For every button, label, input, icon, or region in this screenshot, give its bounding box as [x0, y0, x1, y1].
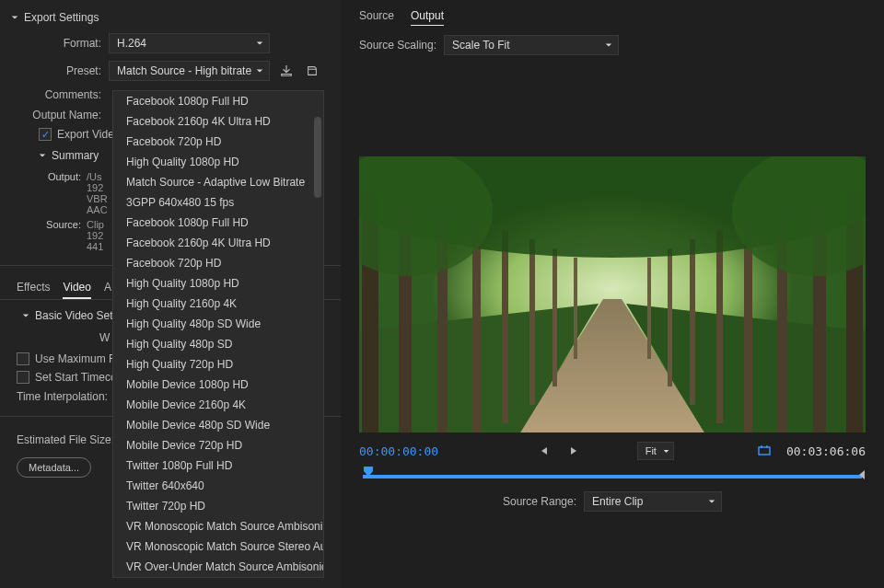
preset-select[interactable]: Match Source - High bitrate — [109, 61, 270, 81]
tab-effects[interactable]: Effects — [17, 275, 50, 299]
timeline-track[interactable] — [363, 475, 862, 478]
comments-label: Comments: — [0, 88, 101, 101]
preset-option[interactable]: Facebook 2160p 4K Ultra HD — [113, 111, 323, 132]
preset-option[interactable]: Facebook 1080p Full HD — [113, 213, 323, 233]
preset-dropdown[interactable]: Facebook 1080p Full HDFacebook 2160p 4K … — [112, 90, 324, 578]
format-value: H.264 — [117, 37, 146, 50]
source-range-label: Source Range: — [503, 495, 576, 508]
preset-option[interactable]: Mobile Device 720p HD — [113, 435, 323, 455]
format-label: Format: — [0, 37, 101, 50]
chevron-down-icon — [256, 64, 263, 77]
scrollbar[interactable] — [314, 91, 321, 577]
source-range-value: Entire Clip — [592, 495, 643, 508]
summary-label: Summary — [52, 149, 99, 162]
preset-option[interactable]: Mobile Device 1080p HD — [113, 375, 323, 395]
tab-video[interactable]: Video — [63, 275, 90, 299]
source-scaling-value: Scale To Fit — [452, 39, 509, 52]
preset-value: Match Source - High bitrate — [117, 64, 251, 77]
chevron-down-icon — [256, 37, 263, 50]
svg-rect-7 — [529, 239, 535, 405]
chevron-down-icon — [605, 39, 612, 52]
timecode-out: 00:03:06:06 — [786, 444, 866, 458]
preset-option[interactable]: Mobile Device 480p SD Wide — [113, 415, 323, 435]
export-video-label: Export Video — [57, 128, 121, 141]
import-preset-icon[interactable] — [303, 62, 321, 80]
source-scaling-label: Source Scaling: — [359, 39, 436, 52]
out-point-icon[interactable] — [858, 469, 866, 483]
source-scaling-select[interactable]: Scale To Fit — [444, 35, 619, 55]
svg-rect-9 — [574, 258, 577, 359]
preset-option[interactable]: Facebook 1080p Full HD — [113, 91, 323, 111]
timeline[interactable] — [359, 466, 866, 484]
chevron-down-icon — [39, 152, 46, 159]
summary-output-text: /Us 192 VBR AAC — [87, 171, 108, 215]
preset-option[interactable]: High Quality 480p SD Wide — [113, 314, 323, 334]
preset-option[interactable]: Facebook 720p HD — [113, 253, 323, 273]
zoom-fit-select[interactable]: Fit — [637, 442, 674, 460]
save-preset-icon[interactable] — [277, 62, 296, 80]
source-range-select[interactable]: Entire Clip — [584, 491, 722, 512]
preset-option[interactable]: Facebook 720p HD — [113, 132, 323, 152]
preset-option[interactable]: VR Monoscopic Match Source Stereo Audio — [113, 536, 323, 557]
preset-option[interactable]: Twitter 640x640 — [113, 476, 323, 496]
preset-option[interactable]: High Quality 720p HD — [113, 354, 323, 375]
timecode-in[interactable]: 00:00:00:00 — [359, 444, 438, 458]
preset-option[interactable]: Match Source - Adaptive Low Bitrate — [113, 172, 323, 192]
svg-rect-6 — [502, 230, 508, 423]
preset-option[interactable]: 3GPP 640x480 15 fps — [113, 192, 323, 213]
preset-option[interactable]: Facebook 2160p 4K Ultra HD — [113, 233, 323, 253]
svg-rect-8 — [552, 248, 557, 386]
preset-option[interactable]: High Quality 1080p HD — [113, 152, 323, 172]
svg-rect-14 — [716, 230, 723, 423]
format-select[interactable]: H.264 — [109, 33, 270, 53]
playhead-icon[interactable] — [363, 466, 374, 483]
export-settings-label: Export Settings — [24, 11, 99, 24]
tab-output[interactable]: Output — [411, 6, 444, 26]
svg-rect-21 — [759, 447, 770, 455]
svg-rect-16 — [668, 248, 672, 386]
tab-audio[interactable]: A — [104, 275, 111, 299]
summary-output-key: Output: — [39, 171, 81, 215]
preset-option[interactable]: Mobile Device 2160p 4K — [113, 395, 323, 415]
crop-icon[interactable] — [755, 442, 774, 460]
preset-option[interactable]: VR Over-Under Match Source Ambisonics — [113, 557, 323, 577]
preview-area — [359, 156, 866, 432]
preset-option[interactable]: High Quality 1080p HD — [113, 273, 323, 294]
next-marker-icon[interactable] — [565, 442, 584, 460]
metadata-button[interactable]: Metadata... — [17, 457, 91, 478]
chevron-down-icon — [663, 445, 669, 456]
basic-video-label: Basic Video Setti — [35, 309, 119, 322]
use-max-render-checkbox[interactable] — [17, 352, 29, 365]
svg-rect-15 — [690, 239, 695, 405]
tab-source[interactable]: Source — [359, 6, 394, 26]
preset-option[interactable]: High Quality 2160p 4K — [113, 294, 323, 314]
chevron-down-icon — [708, 495, 715, 508]
output-name-label: Output Name: — [0, 109, 101, 121]
preset-option[interactable]: High Quality 480p SD — [113, 334, 323, 354]
set-start-timecode-checkbox[interactable] — [17, 371, 29, 384]
scrollbar-thumb[interactable] — [314, 117, 321, 198]
chevron-down-icon — [11, 14, 18, 21]
preset-option[interactable]: Twitter 1080p Full HD — [113, 455, 323, 476]
export-video-checkbox[interactable] — [39, 128, 52, 141]
export-settings-header[interactable]: Export Settings — [0, 6, 341, 29]
estimated-file-size-label: Estimated File Size: — [17, 433, 114, 446]
chevron-down-icon — [22, 312, 29, 319]
summary-source-text: Clip 192 441 — [87, 219, 104, 252]
preset-option[interactable]: VR Monoscopic Match Source Ambisonics — [113, 516, 323, 536]
preset-label: Preset: — [0, 64, 101, 77]
preset-option[interactable]: Twitter 720p HD — [113, 496, 323, 516]
zoom-fit-value: Fit — [646, 445, 657, 456]
preview-image — [359, 156, 866, 432]
summary-source-key: Source: — [39, 219, 81, 252]
time-interpolation-label: Time Interpolation: — [17, 390, 108, 403]
prev-marker-icon[interactable] — [534, 442, 552, 460]
svg-rect-17 — [647, 258, 651, 359]
